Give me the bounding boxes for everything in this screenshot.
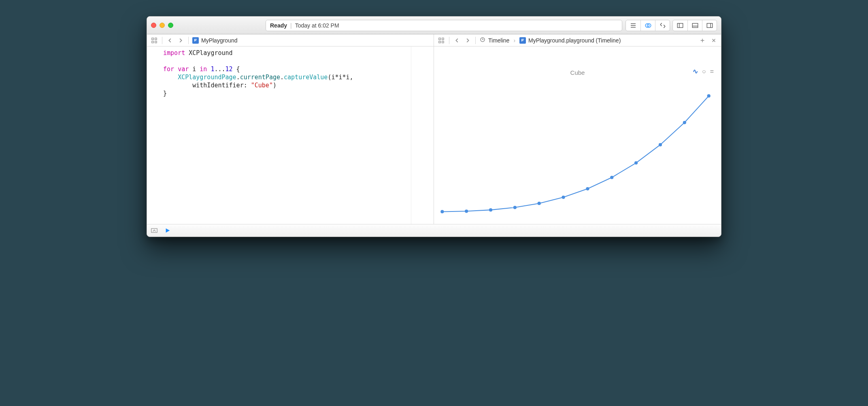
svg-point-29 [513, 206, 517, 209]
svg-rect-13 [152, 41, 153, 42]
svg-marker-39 [166, 228, 170, 233]
nav-forward-button[interactable] [177, 36, 185, 44]
svg-rect-38 [151, 228, 157, 233]
svg-rect-11 [152, 38, 153, 39]
toggle-utilities-button[interactable] [702, 20, 717, 31]
svg-point-33 [610, 176, 613, 179]
timeline-panel: Cube ∿ ○ = [434, 47, 721, 224]
svg-point-28 [489, 208, 492, 211]
version-editor-button[interactable] [655, 20, 670, 31]
line-gutter [147, 47, 160, 224]
timeline-file-crumb[interactable]: MyPlayground.playground (Timeline) [528, 37, 621, 44]
svg-rect-9 [707, 23, 713, 27]
right-editor-tabs: Timeline › MyPlayground.playground (Time… [434, 34, 721, 46]
standard-editor-button[interactable] [626, 20, 640, 31]
related-items-button-right[interactable] [437, 36, 445, 44]
nav-back-button[interactable] [166, 36, 174, 44]
xcode-window: Ready | Today at 6:02 PM MyP [147, 16, 721, 237]
minimize-window-button[interactable] [160, 23, 165, 28]
svg-point-35 [659, 143, 662, 146]
cube-chart [438, 87, 713, 216]
nav-back-button-right[interactable] [453, 36, 461, 44]
chart-mode-list-icon[interactable]: = [710, 68, 714, 75]
svg-point-32 [586, 187, 589, 190]
svg-rect-7 [692, 23, 698, 27]
assistant-editor-button[interactable] [640, 20, 655, 31]
chart-view-modes: ∿ ○ = [693, 68, 714, 75]
add-assistant-button[interactable] [698, 36, 706, 44]
svg-rect-18 [442, 41, 444, 42]
svg-point-37 [707, 94, 711, 97]
svg-point-30 [538, 202, 541, 205]
related-items-button[interactable] [150, 36, 158, 44]
toggle-navigator-button[interactable] [673, 20, 687, 31]
left-file-crumb[interactable]: MyPlayground [201, 37, 238, 44]
editor-mode-segment [625, 20, 670, 31]
chart-mode-point-icon[interactable]: ○ [702, 68, 706, 75]
debug-bar [147, 224, 721, 237]
svg-point-31 [562, 196, 565, 199]
toggle-debug-area-button[interactable] [687, 20, 702, 31]
code-area[interactable]: import XCPlayground for var i in 1...12 … [160, 47, 411, 224]
timeline-icon [479, 36, 486, 44]
toggle-console-button[interactable] [151, 228, 157, 233]
svg-rect-5 [677, 23, 683, 27]
timeline-crumb[interactable]: Timeline [488, 37, 509, 44]
results-sidebar [411, 47, 434, 224]
activity-status: Ready | Today at 6:02 PM [266, 20, 622, 31]
close-window-button[interactable] [151, 23, 156, 28]
panel-toggle-segment [672, 20, 717, 31]
run-playground-button[interactable] [165, 228, 170, 233]
playground-file-icon [192, 37, 199, 44]
traffic-lights [151, 23, 173, 28]
svg-point-34 [634, 161, 638, 165]
editor-tab-bar: MyPlayground Timeline › MyPlayground.pla… [147, 34, 721, 47]
editor-split: import XCPlayground for var i in 1...12 … [147, 47, 721, 224]
left-editor-tabs: MyPlayground [147, 34, 434, 46]
svg-point-27 [465, 209, 468, 213]
playground-file-icon-right [519, 37, 526, 44]
svg-rect-16 [442, 38, 444, 39]
nav-forward-button-right[interactable] [464, 36, 472, 44]
close-assistant-button[interactable] [710, 36, 718, 44]
window-toolbar: Ready | Today at 6:02 PM [147, 17, 721, 34]
svg-rect-14 [155, 41, 157, 42]
status-label: Ready [270, 22, 287, 29]
svg-point-36 [683, 121, 686, 124]
svg-point-26 [440, 210, 444, 213]
code-editor[interactable]: import XCPlayground for var i in 1...12 … [147, 47, 434, 224]
svg-rect-15 [439, 38, 440, 39]
status-time: Today at 6:02 PM [295, 22, 339, 29]
svg-rect-17 [439, 41, 440, 42]
chart-title: Cube [434, 69, 721, 76]
svg-rect-12 [155, 38, 157, 39]
chart-mode-line-icon[interactable]: ∿ [693, 68, 698, 75]
zoom-window-button[interactable] [168, 23, 173, 28]
